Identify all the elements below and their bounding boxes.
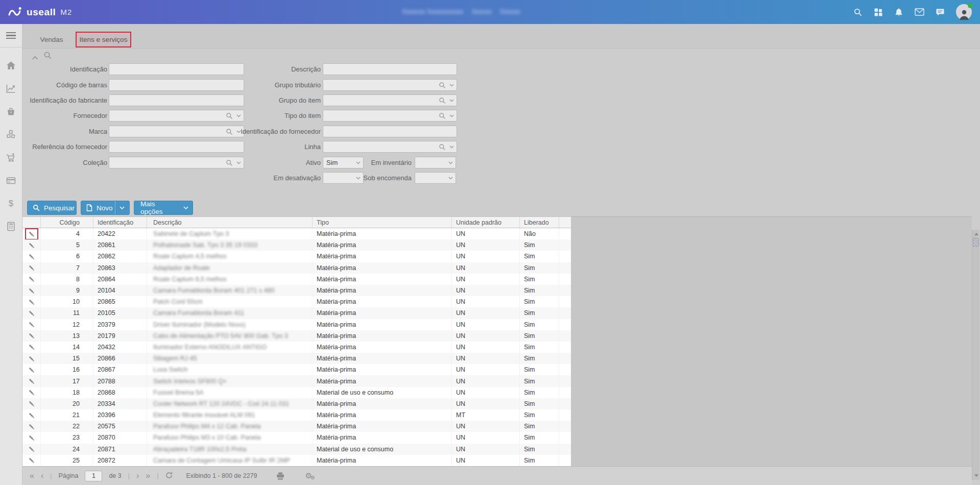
cell-unidade-padrao: UN bbox=[452, 455, 520, 466]
header-descricao[interactable]: Descrição bbox=[147, 217, 313, 228]
tab-vendas[interactable]: Vendas bbox=[29, 32, 75, 47]
refresh-icon[interactable] bbox=[165, 472, 173, 480]
cell-codigo: 11 bbox=[41, 307, 93, 319]
settings-gears-icon[interactable]: ⚙⚙ bbox=[305, 471, 317, 480]
cubes-icon[interactable] bbox=[6, 130, 16, 139]
cell-identificacao: 20422 bbox=[93, 228, 147, 239]
table-row[interactable]: 5 20861 Polhabonade Sab. Tpo 3 35 19 033… bbox=[22, 239, 571, 251]
edit-pencil-icon[interactable] bbox=[26, 365, 37, 375]
table-row[interactable]: 25 20872 Camara de Contagem Umicasa IP S… bbox=[22, 455, 571, 466]
search-icon[interactable] bbox=[853, 8, 863, 17]
header-identificacao[interactable]: Identificação bbox=[93, 217, 147, 228]
vertical-scrollbar[interactable] bbox=[972, 230, 979, 480]
edit-pencil-icon[interactable] bbox=[26, 410, 37, 420]
cell-identificacao: 20867 bbox=[93, 364, 147, 375]
table-row[interactable]: 11 20105 Camara Fumablorda Boram 411 Mat… bbox=[22, 307, 571, 319]
table-row[interactable]: 12 20379 Driver Iluminador (Modelo Novo)… bbox=[22, 319, 571, 330]
page-number-input[interactable]: 1 bbox=[85, 471, 102, 481]
edit-pencil-icon[interactable] bbox=[26, 320, 37, 329]
cell-descricao-blurred: Sibagem RJ 45 bbox=[147, 353, 313, 364]
grupo-tributario-lookup[interactable] bbox=[323, 79, 457, 91]
edit-pencil-icon[interactable] bbox=[26, 433, 37, 443]
table-row[interactable]: 14 20432 Iluminador Externo ANODILUX ANT… bbox=[22, 342, 571, 353]
table-row[interactable]: 9 20104 Camara Fumablorda Boram 401 271 … bbox=[22, 285, 571, 296]
table-row[interactable]: 13 20179 Cabo de Alimentação PTO 5AV 800… bbox=[22, 330, 571, 342]
em-inventario-select[interactable] bbox=[415, 157, 456, 168]
table-row[interactable]: 21 20396 Elemento filtrante inoxável ALM… bbox=[22, 409, 571, 421]
scroll-up-arrow-icon[interactable] bbox=[974, 233, 978, 235]
last-page-button[interactable]: » bbox=[146, 472, 150, 480]
novo-dropdown-chevron[interactable] bbox=[115, 201, 129, 214]
cell-identificacao: 20104 bbox=[93, 285, 147, 296]
prev-page-button[interactable]: ‹ bbox=[41, 472, 43, 480]
chat-icon[interactable] bbox=[936, 8, 945, 17]
grupo-do-item-lookup[interactable] bbox=[323, 94, 457, 106]
edit-pencil-icon[interactable] bbox=[26, 331, 37, 341]
table-row[interactable]: 23 20870 Parafuso Philips M3 x 10 Cab. P… bbox=[22, 432, 571, 443]
identificacao-do-fornecedor-input[interactable] bbox=[323, 126, 457, 137]
table-row[interactable]: 10 20865 Patch Cord 50cm Matéria-prima U… bbox=[22, 296, 571, 307]
collapse-chevron-icon[interactable] bbox=[32, 53, 38, 62]
tab-itens-e-servicos[interactable]: Itens e serviços bbox=[76, 32, 131, 47]
scroll-down-arrow-icon[interactable] bbox=[974, 474, 978, 477]
header-codigo[interactable]: Código bbox=[41, 217, 93, 228]
edit-pencil-icon[interactable] bbox=[26, 387, 37, 397]
table-row[interactable]: 18 20868 Fusivel Brema 5A Material de us… bbox=[22, 387, 571, 398]
edit-pencil-icon[interactable] bbox=[26, 286, 37, 296]
pesquisar-button[interactable]: Pesquisar bbox=[27, 201, 77, 215]
sob-encomenda-select[interactable] bbox=[415, 172, 456, 184]
linha-lookup[interactable] bbox=[323, 141, 457, 153]
avatar[interactable] bbox=[956, 4, 972, 20]
first-page-button[interactable]: « bbox=[30, 472, 34, 480]
header-tipo[interactable]: Tipo bbox=[313, 217, 452, 228]
table-row[interactable]: 6 20862 Roale Caplum 4,5 melhos Matéria-… bbox=[22, 251, 571, 262]
colecao-lookup[interactable] bbox=[109, 157, 244, 168]
table-row[interactable]: 4 20422 Sabinete de Caplum Tpo 3 Matéria… bbox=[22, 228, 571, 239]
card-icon[interactable] bbox=[6, 176, 16, 185]
dollar-icon[interactable]: $ bbox=[6, 199, 16, 208]
table-row[interactable]: 22 20575 Parafuso Philips M4 x 12 Cab. P… bbox=[22, 421, 571, 432]
header-liberado[interactable]: Liberado bbox=[520, 217, 559, 228]
chevron-down-icon bbox=[449, 146, 454, 149]
table-row[interactable]: 17 20788 Switch Intelvos SF800 Q+ Matéri… bbox=[22, 375, 571, 386]
edit-pencil-icon[interactable] bbox=[26, 422, 37, 431]
novo-button[interactable]: Novo bbox=[81, 201, 130, 215]
tipo-do-item-lookup[interactable] bbox=[323, 110, 457, 122]
table-row[interactable]: 7 20863 Adaplador de Roale Matéria-prima… bbox=[22, 262, 571, 274]
edit-pencil-icon[interactable] bbox=[26, 444, 37, 454]
edit-pencil-icon[interactable] bbox=[26, 297, 37, 307]
scrollbar-thumb[interactable] bbox=[973, 238, 979, 247]
edit-pencil-icon[interactable] bbox=[26, 455, 37, 465]
table-row[interactable]: 8 20864 Roale Caplum 6,5 melhos Matéria-… bbox=[22, 274, 571, 285]
edit-pencil-icon[interactable] bbox=[26, 308, 37, 318]
mail-icon[interactable] bbox=[915, 8, 924, 16]
descricao-input[interactable] bbox=[323, 63, 457, 75]
header-unidade-padrao[interactable]: Unidade padrão bbox=[452, 217, 520, 228]
cart-plus-icon[interactable] bbox=[6, 153, 16, 162]
print-icon[interactable] bbox=[276, 472, 284, 480]
edit-pencil-icon[interactable] bbox=[26, 263, 37, 273]
table-row[interactable]: 16 20867 Luva Switch Matéria-prima UN Si… bbox=[22, 364, 571, 375]
apps-icon[interactable] bbox=[874, 8, 883, 17]
mais-opcoes-button[interactable]: Mais opções bbox=[134, 201, 193, 215]
table-row[interactable]: 15 20866 Sibagem RJ 45 Matéria-prima UN … bbox=[22, 353, 571, 364]
table-row[interactable]: 20 20334 Cooler Network RT 120 24VDC - C… bbox=[22, 398, 571, 409]
edit-pencil-icon[interactable] bbox=[26, 252, 37, 261]
menu-icon[interactable] bbox=[0, 24, 22, 47]
filter-search-icon[interactable] bbox=[43, 51, 52, 62]
table-row[interactable]: 24 20871 Abraçadeira T18R 100x2,5 Preta … bbox=[22, 444, 571, 455]
cell-unidade-padrao: UN bbox=[452, 296, 520, 307]
notifications-icon[interactable] bbox=[894, 8, 903, 17]
bag-icon[interactable] bbox=[6, 107, 16, 116]
edit-pencil-icon[interactable] bbox=[26, 229, 37, 239]
edit-pencil-icon[interactable] bbox=[26, 240, 37, 250]
edit-pencil-icon[interactable] bbox=[26, 376, 37, 386]
home-icon[interactable] bbox=[6, 61, 16, 70]
edit-pencil-icon[interactable] bbox=[26, 399, 37, 408]
next-page-button[interactable]: › bbox=[136, 472, 139, 480]
edit-pencil-icon[interactable] bbox=[26, 354, 37, 363]
calculator-icon[interactable] bbox=[6, 222, 16, 231]
chart-icon[interactable] bbox=[6, 84, 16, 93]
edit-pencil-icon[interactable] bbox=[26, 274, 37, 284]
edit-pencil-icon[interactable] bbox=[26, 342, 37, 352]
